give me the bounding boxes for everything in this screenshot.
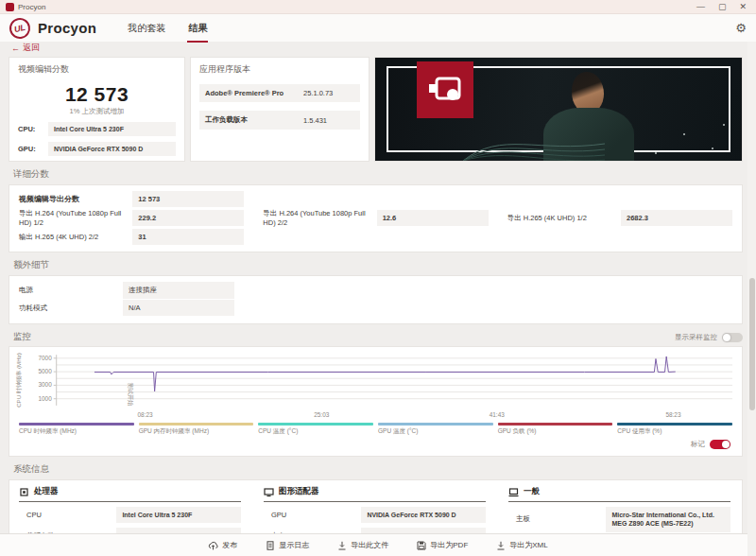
legend-item[interactable]: CPU 时钟频率 (MHz) bbox=[19, 423, 134, 436]
svg-text:3000: 3000 bbox=[38, 381, 52, 388]
sampling-toggle[interactable] bbox=[722, 333, 743, 342]
video-camera-icon bbox=[428, 76, 462, 104]
export-xml-button[interactable]: 导出为XML bbox=[496, 540, 547, 550]
legend-item[interactable]: CPU 使用率 (%) bbox=[617, 423, 732, 436]
legend-item[interactable]: GPU 内存时钟频率 (MHz) bbox=[139, 423, 254, 436]
legend-item[interactable]: GPU 负载 (%) bbox=[498, 423, 613, 436]
legend-label: GPU 负载 (%) bbox=[498, 427, 613, 436]
legend-color-bar bbox=[617, 423, 732, 426]
workload-version-row: 工作负载版本 1.5.431 bbox=[199, 111, 360, 130]
premiere-label: Adobe® Premiere® Pro bbox=[205, 89, 303, 97]
ul-logo-icon: UL bbox=[8, 15, 32, 40]
app-icon bbox=[6, 3, 14, 11]
close-button[interactable]: ✕ bbox=[739, 2, 747, 11]
chart-marker-label: 测试开始 bbox=[127, 383, 134, 407]
cpu-label: CPU: bbox=[18, 125, 48, 133]
app-version-panel: 应用程序版本 Adobe® Premiere® Pro 25.1.0.73 工作… bbox=[190, 57, 369, 162]
legend-item[interactable]: GPU 温度 (°C) bbox=[378, 423, 493, 436]
cloud-upload-icon bbox=[208, 541, 218, 550]
save-pdf-icon bbox=[417, 541, 426, 550]
legend-item[interactable]: CPU 温度 (°C) bbox=[258, 423, 373, 436]
sys-row: 主板Micro-Star International Co., Ltd. MEG… bbox=[508, 507, 730, 532]
legend-color-bar bbox=[19, 423, 134, 426]
svg-text:25:03: 25:03 bbox=[314, 411, 330, 418]
sys-row: CPUIntel Core Ultra 5 230F bbox=[19, 507, 241, 523]
marker-toggle[interactable] bbox=[710, 440, 730, 449]
power-mode-row: 功耗模式 N/A bbox=[19, 299, 732, 317]
procyon-window: Procyon — ▢ ✕ UL Procyon 我的套装 结果 ⚙ ← 返回 … bbox=[0, 0, 756, 556]
video-editing-badge bbox=[417, 61, 473, 118]
export-pdf-button[interactable]: 导出为PDF bbox=[417, 540, 468, 550]
titlebar: Procyon — ▢ ✕ bbox=[0, 0, 756, 14]
power-row: 电源 连接插座 bbox=[19, 281, 732, 299]
sys-row: GPUNVIDIA GeForce RTX 5090 D bbox=[264, 507, 486, 523]
gpu-row: GPU: NVIDIA GeForce RTX 5090 D bbox=[18, 142, 176, 156]
monitoring-panel: 100030005000700008:2325:0341:4358:23CPU … bbox=[9, 346, 743, 457]
workload-version: 1.5.431 bbox=[303, 116, 327, 125]
gpu-value: NVIDIA GeForce RTX 5090 D bbox=[48, 142, 176, 156]
minimize-button[interactable]: — bbox=[696, 2, 705, 11]
score-delta: 1% 上次测试增加 bbox=[18, 107, 176, 116]
detail-scores-title: 详细分数 bbox=[13, 168, 743, 181]
cpu-icon bbox=[19, 487, 29, 497]
log-file-icon bbox=[266, 541, 275, 550]
general-icon bbox=[508, 487, 519, 497]
premiere-version: 25.1.0.73 bbox=[303, 89, 333, 97]
brand-title: Procyon bbox=[38, 20, 96, 36]
legend-label: CPU 温度 (°C) bbox=[258, 427, 373, 436]
main-tabs: 我的套装 结果 bbox=[127, 14, 208, 42]
back-button[interactable]: ← 返回 bbox=[11, 42, 40, 54]
detail-scores-panel: 视频编辑导出分数 12 573 导出 H.264 (YouTube 1080p … bbox=[9, 184, 743, 252]
gpu-icon bbox=[264, 487, 274, 497]
svg-text:7000: 7000 bbox=[38, 355, 52, 361]
legend-color-bar bbox=[498, 423, 613, 426]
legend-color-bar bbox=[139, 423, 254, 426]
cpu-row: CPU: Intel Core Ultra 5 230F bbox=[18, 122, 176, 136]
legend-label: GPU 温度 (°C) bbox=[378, 427, 493, 436]
bottom-toolbar: 发布 显示日志 导出此文件 导出为PDF 导出为XML bbox=[0, 533, 756, 556]
app-header: UL Procyon 我的套装 结果 ⚙ bbox=[0, 14, 756, 42]
back-label: 返回 bbox=[23, 42, 40, 54]
marker-toggle-label: 标记 bbox=[691, 440, 705, 449]
svg-text:58:23: 58:23 bbox=[665, 411, 681, 418]
window-title: Procyon bbox=[18, 3, 45, 11]
sampling-toggle-label: 显示采样监控 bbox=[675, 333, 717, 342]
legend-color-bar bbox=[258, 423, 373, 426]
detail-row-h264-1: 导出 H.264 (YouTube 1080p Full HD) 1/2 229… bbox=[19, 210, 244, 226]
svg-text:41:43: 41:43 bbox=[490, 411, 506, 418]
extra-details-title: 额外细节 bbox=[13, 259, 743, 271]
legend-label: CPU 使用率 (%) bbox=[617, 427, 732, 436]
vertical-scrollbar[interactable] bbox=[747, 42, 756, 556]
results-content: 视频编辑分数 12 573 1% 上次测试增加 CPU: Intel Core … bbox=[0, 54, 756, 556]
monitoring-chart[interactable]: 100030005000700008:2325:0341:4358:23CPU … bbox=[13, 351, 738, 421]
benchmark-score: 12 573 bbox=[18, 83, 176, 106]
system-info-title: 系统信息 bbox=[13, 463, 743, 476]
chart-legend: CPU 时钟频率 (MHz)GPU 内存时钟频率 (MHz)CPU 温度 (°C… bbox=[13, 421, 738, 436]
svg-text:CPU 时钟频率 (MHz): CPU 时钟频率 (MHz) bbox=[15, 353, 22, 408]
legend-label: CPU 时钟频率 (MHz) bbox=[19, 427, 134, 436]
settings-gear-icon[interactable]: ⚙ bbox=[735, 22, 747, 34]
publish-button[interactable]: 发布 bbox=[208, 540, 237, 550]
show-log-button[interactable]: 显示日志 bbox=[266, 540, 309, 550]
download-icon bbox=[337, 541, 347, 550]
benchmark-hero-image bbox=[374, 57, 743, 162]
legend-label: GPU 内存时钟频率 (MHz) bbox=[139, 427, 254, 436]
maximize-button[interactable]: ▢ bbox=[718, 2, 727, 11]
scrollbar-thumb[interactable] bbox=[749, 278, 755, 410]
hero-waves bbox=[463, 121, 605, 161]
tab-results[interactable]: 结果 bbox=[187, 14, 208, 43]
export-file-button[interactable]: 导出此文件 bbox=[337, 540, 388, 550]
score-panel-title: 视频编辑分数 bbox=[18, 63, 176, 76]
back-row: ← 返回 bbox=[0, 42, 756, 54]
detail-row-h265-2: 输出 H.265 (4K UHD) 2/2 31 bbox=[19, 229, 244, 245]
back-arrow-icon: ← bbox=[11, 43, 20, 53]
workload-label: 工作负载版本 bbox=[205, 115, 303, 125]
tab-my-suites[interactable]: 我的套装 bbox=[127, 14, 166, 43]
svg-text:5000: 5000 bbox=[38, 368, 52, 374]
svg-text:1000: 1000 bbox=[38, 395, 52, 402]
monitoring-title: 监控 bbox=[13, 331, 31, 343]
cpu-value: Intel Core Ultra 5 230F bbox=[48, 122, 176, 136]
download-xml-icon bbox=[496, 541, 506, 550]
extra-details-panel: 电源 连接插座 功耗模式 N/A bbox=[9, 275, 743, 324]
score-panel: 视频编辑分数 12 573 1% 上次测试增加 CPU: Intel Core … bbox=[9, 57, 185, 162]
